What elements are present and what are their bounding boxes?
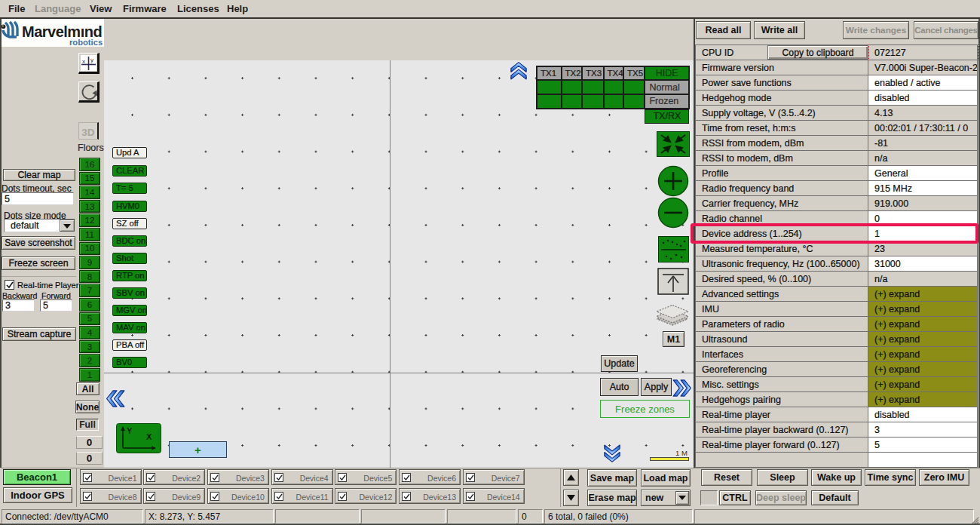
- svg-text:y: y: [90, 57, 93, 63]
- svg-text:Y: Y: [127, 426, 133, 435]
- svg-text:x: x: [82, 58, 85, 65]
- svg-text:X: X: [146, 432, 152, 441]
